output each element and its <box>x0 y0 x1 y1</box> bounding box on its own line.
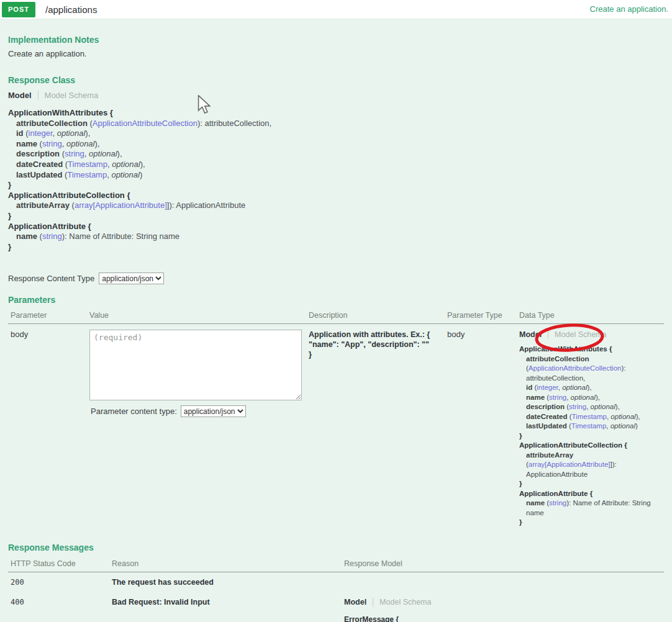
response-class-heading: Response Class <box>8 75 664 85</box>
signature-segment: description <box>16 149 60 158</box>
data-type-signature: ApplicationWithAttributes {attributeColl… <box>519 345 661 528</box>
signature-line: dateCreated (Timestamp, optional), <box>519 412 661 422</box>
signature-segment: } <box>519 432 522 439</box>
response-content-type-label: Response Content Type <box>8 274 94 283</box>
signature-line: ApplicationAttribute { <box>8 222 664 232</box>
http-method-badge[interactable]: POST <box>2 2 35 17</box>
signature-segment: ( <box>24 128 29 138</box>
signature-segment: ( <box>60 149 65 158</box>
tab-model[interactable]: Model <box>519 330 542 339</box>
signature-segment: attributeArray <box>16 201 70 210</box>
tab-model[interactable]: Model <box>8 91 32 100</box>
signature-segment: , <box>84 149 89 158</box>
response-model-tabs: Model Model Schema <box>344 598 661 607</box>
signature-segment: string <box>549 394 566 401</box>
parameter-content-type-row: Parameter content type: application/json <box>91 405 304 417</box>
implementation-notes-text: Create an application. <box>8 49 664 58</box>
signature-segment: optional <box>571 394 596 401</box>
signature-line: id (integer, optional), <box>519 383 661 393</box>
signature-segment: name <box>526 499 545 507</box>
signature-segment: ( <box>63 160 68 169</box>
body-parameter-textarea[interactable] <box>89 330 302 400</box>
signature-line: name (string): Name of Attribute: String… <box>8 232 664 242</box>
tab-separator <box>548 330 548 339</box>
signature-segment: integer <box>29 128 53 138</box>
response-class-signature: ApplicationWithAttributes {attributeColl… <box>8 108 664 252</box>
signature-segment: ( <box>567 422 571 430</box>
operation-summary-link[interactable]: Create an application. <box>590 4 668 14</box>
signature-segment: ApplicationAttribute { <box>519 490 593 497</box>
signature-segment: dateCreated <box>16 160 63 169</box>
data-type-tabs: Model Model Schema <box>519 330 661 339</box>
signature-line: } <box>8 211 664 222</box>
signature-line: description (string, optional), <box>8 149 664 160</box>
signature-segment: ErrorMessage { <box>344 615 399 622</box>
col-header-data-type: Data Type <box>517 310 664 324</box>
signature-segment: integer <box>537 384 558 391</box>
tab-model[interactable]: Model <box>344 598 366 606</box>
signature-segment: optional <box>89 149 117 158</box>
signature-segment: attributeCollection <box>16 119 88 128</box>
signature-segment: ), <box>85 128 90 138</box>
signature-segment: optional <box>591 403 615 410</box>
signature-segment: ( <box>70 201 75 210</box>
signature-line: attributeCollection (ApplicationAttribut… <box>8 119 664 129</box>
signature-segment: ): attributeCollection, <box>198 119 271 128</box>
implementation-notes-heading: Implementation Notes <box>8 35 664 45</box>
signature-segment: ApplicationAttributeCollection { <box>8 191 130 200</box>
parameter-content-type-select[interactable]: application/json <box>181 405 246 417</box>
signature-segment: } <box>519 480 522 487</box>
signature-segment: id <box>16 128 24 138</box>
signature-segment: } <box>8 180 11 189</box>
tab-model-schema[interactable]: Model Schema <box>379 598 431 606</box>
parameters-table: Parameter Value Description Parameter Ty… <box>8 310 664 536</box>
col-header-http-status-code: HTTP Status Code <box>8 558 109 572</box>
signature-segment: ApplicationWithAttributes { <box>8 108 113 117</box>
signature-line: lastUpdated (Timestamp, optional) <box>8 170 664 181</box>
signature-segment: , <box>53 128 57 138</box>
signature-segment: string <box>569 403 586 410</box>
signature-line: name (string, optional), <box>519 393 661 403</box>
signature-segment: ApplicationAttributeCollection <box>529 364 622 372</box>
operation-header-bar[interactable]: POST /applications Create an application… <box>0 0 672 19</box>
signature-line: } <box>8 242 664 253</box>
parameter-description: Application with attributes. Ex.: { "nam… <box>306 324 445 536</box>
signature-segment: ApplicationWithAttributes { <box>519 345 612 353</box>
reason-400: Bad Request: Invalid Input <box>109 592 342 622</box>
signature-segment: ApplicationAttributeCollection { <box>519 441 627 449</box>
signature-segment: optional <box>111 170 140 179</box>
error-message-signature: ErrorMessage {errorMessage (string, opti… <box>344 615 661 622</box>
signature-segment: lastUpdated <box>16 170 62 179</box>
response-class-tabs: Model Model Schema <box>8 91 664 100</box>
tab-model-schema[interactable]: Model Schema <box>555 330 606 339</box>
signature-line: ApplicationWithAttributes { <box>519 345 661 354</box>
signature-line: name (string, optional), <box>8 139 664 150</box>
tab-model-schema[interactable]: Model Schema <box>45 91 99 100</box>
signature-segment: ), <box>140 160 145 169</box>
response-model-200 <box>342 572 664 592</box>
response-messages-table: HTTP Status Code Reason Response Model 2… <box>8 558 664 622</box>
signature-segment: name <box>16 232 37 241</box>
signature-segment: optional <box>611 413 635 420</box>
signature-segment: array[ApplicationAttribute] <box>529 461 611 468</box>
signature-line: ErrorMessage { <box>344 615 661 622</box>
signature-segment: string <box>65 149 84 158</box>
signature-segment: ), <box>587 384 591 391</box>
endpoint-path[interactable]: /applications <box>45 4 97 15</box>
signature-line: ApplicationWithAttributes { <box>8 108 664 119</box>
signature-segment: } <box>8 242 11 251</box>
signature-segment: } <box>519 518 522 526</box>
signature-segment: lastUpdated <box>526 422 567 430</box>
parameters-heading: Parameters <box>8 295 664 305</box>
response-messages-heading: Response Messages <box>8 543 664 552</box>
col-header-value: Value <box>87 310 306 324</box>
signature-segment: attributeCollection <box>526 355 589 363</box>
reason-200: The request has succeeded <box>109 572 342 592</box>
signature-segment: id <box>526 384 532 391</box>
response-model-400: Model Model Schema ErrorMessage {errorMe… <box>342 592 664 622</box>
parameter-type: body <box>445 324 517 536</box>
signature-segment: ApplicationAttributeCollection <box>93 119 198 128</box>
parameter-content-type-label: Parameter content type: <box>91 407 177 416</box>
response-content-type-select[interactable]: application/json <box>99 273 164 284</box>
signature-segment: attributeArray <box>526 451 573 459</box>
